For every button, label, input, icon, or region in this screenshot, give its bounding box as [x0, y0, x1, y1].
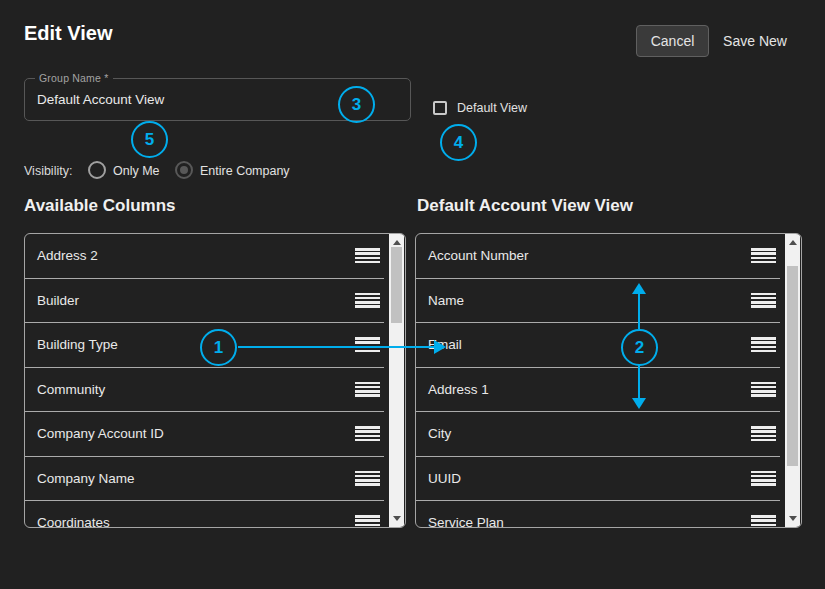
drag-handle-icon[interactable]: [355, 515, 380, 528]
annotation-number-1: 1: [214, 338, 223, 358]
radio-only-me-label[interactable]: Only Me: [113, 164, 160, 178]
scroll-up-icon[interactable]: [789, 240, 797, 245]
list-item[interactable]: Company Account ID: [25, 412, 384, 457]
annotation-circle-2: 2: [621, 329, 658, 366]
radio-entire-company-label[interactable]: Entire Company: [200, 164, 290, 178]
list-item-label: Address 2: [37, 248, 355, 263]
list-item-label: Service Plan: [428, 515, 751, 528]
annotation-number-5: 5: [145, 130, 154, 150]
list-item[interactable]: Account Number: [416, 234, 780, 279]
drag-handle-icon[interactable]: [355, 293, 380, 308]
annotation-circle-4: 4: [440, 124, 477, 161]
radio-only-me[interactable]: [88, 161, 106, 179]
list-item[interactable]: Address 1: [416, 368, 780, 413]
drag-handle-icon[interactable]: [751, 515, 776, 528]
annotation-number-2: 2: [635, 338, 644, 358]
drag-handle-icon[interactable]: [355, 382, 380, 397]
drag-handle-icon[interactable]: [355, 426, 380, 441]
list-item-label: Builder: [37, 293, 355, 308]
default-view-checkbox[interactable]: [433, 101, 447, 115]
annotation-arrow-2-down-line: [638, 365, 641, 399]
list-item-label: Company Account ID: [37, 426, 355, 441]
list-item[interactable]: Coordinates: [25, 501, 384, 528]
radio-entire-company[interactable]: [175, 161, 193, 179]
annotation-arrow-2-up-line: [638, 294, 641, 329]
annotation-arrow-1-head: [434, 340, 446, 354]
annotation-circle-1: 1: [200, 329, 237, 366]
scroll-down-icon[interactable]: [393, 516, 401, 521]
view-columns-heading: Default Account View View: [417, 196, 633, 216]
list-item-label: Company Name: [37, 471, 355, 486]
drag-handle-icon[interactable]: [751, 382, 776, 397]
available-columns-list: Address 2BuilderBuilding TypeCommunityCo…: [24, 233, 406, 528]
drag-handle-icon[interactable]: [751, 293, 776, 308]
list-item[interactable]: Community: [25, 368, 384, 413]
list-item[interactable]: Address 2: [25, 234, 384, 279]
visibility-label: Visibility:: [24, 164, 72, 178]
default-view-label: Default View: [457, 101, 527, 115]
edit-view-dialog: Edit View Cancel Save New Group Name * D…: [0, 0, 825, 589]
view-scrollbar-thumb[interactable]: [787, 266, 798, 466]
list-item[interactable]: Email: [416, 323, 780, 368]
cancel-button[interactable]: Cancel: [636, 25, 709, 57]
drag-handle-icon[interactable]: [751, 426, 776, 441]
drag-handle-icon[interactable]: [751, 337, 776, 352]
list-item[interactable]: Company Name: [25, 457, 384, 502]
annotation-number-4: 4: [454, 133, 463, 153]
save-new-button[interactable]: Save New: [712, 25, 798, 57]
available-scrollbar[interactable]: [389, 234, 404, 527]
list-item[interactable]: Service Plan: [416, 501, 780, 528]
list-item[interactable]: UUID: [416, 457, 780, 502]
list-item[interactable]: Name: [416, 279, 780, 324]
list-item[interactable]: City: [416, 412, 780, 457]
list-item[interactable]: Builder: [25, 279, 384, 324]
available-scrollbar-thumb[interactable]: [391, 247, 402, 323]
view-columns-list: Account NumberNameEmailAddress 1CityUUID…: [415, 233, 802, 528]
annotation-circle-5: 5: [131, 121, 168, 158]
available-columns-heading: Available Columns: [24, 196, 175, 216]
list-item-label: UUID: [428, 471, 751, 486]
list-item-label: Email: [428, 337, 751, 352]
drag-handle-icon[interactable]: [751, 471, 776, 486]
annotation-number-3: 3: [352, 95, 361, 115]
annotation-arrow-2-up-head: [632, 283, 646, 294]
page-title: Edit View: [24, 22, 113, 45]
annotation-circle-3: 3: [338, 86, 375, 123]
list-item-label: Community: [37, 382, 355, 397]
list-item-label: City: [428, 426, 751, 441]
list-item-label: Coordinates: [37, 515, 355, 528]
view-scrollbar[interactable]: [785, 234, 800, 527]
list-item-label: Address 1: [428, 382, 751, 397]
drag-handle-icon[interactable]: [355, 471, 380, 486]
list-item-label: Account Number: [428, 248, 751, 263]
scroll-down-icon[interactable]: [789, 516, 797, 521]
list-item-label: Name: [428, 293, 751, 308]
scroll-up-icon[interactable]: [393, 240, 401, 245]
group-name-value: Default Account View: [37, 79, 164, 120]
annotation-arrow-1-line: [238, 346, 434, 349]
annotation-arrow-2-down-head: [632, 398, 646, 409]
drag-handle-icon[interactable]: [751, 248, 776, 263]
drag-handle-icon[interactable]: [355, 248, 380, 263]
